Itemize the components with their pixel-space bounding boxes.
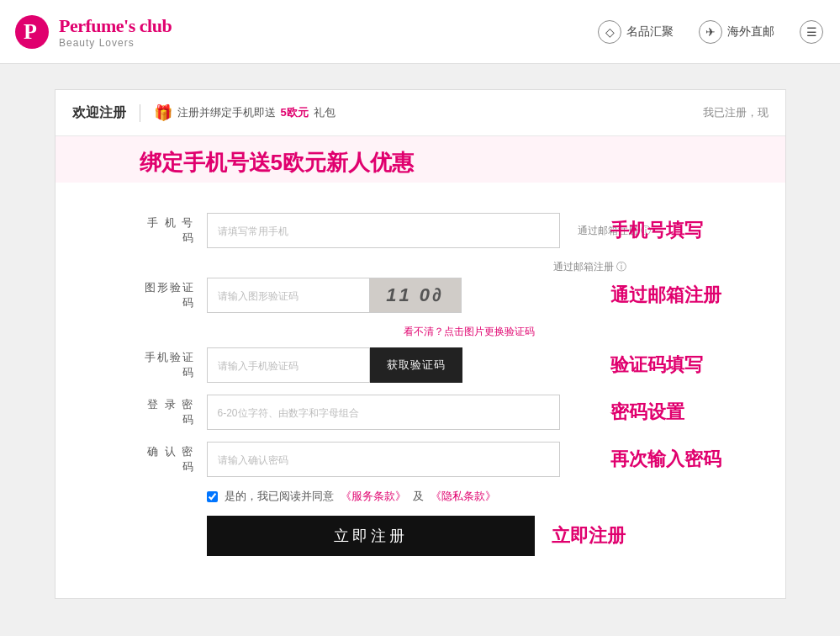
sms-annotation: 验证码填写	[610, 352, 703, 378]
service-terms-link[interactable]: 《服务条款》	[341, 489, 406, 504]
captcha-row: 图形验证码 11 0∂ 通过邮箱注册	[140, 278, 735, 313]
gift-icon: 🎁	[154, 103, 172, 122]
password-annotation: 密码设置	[610, 400, 684, 425]
confirm-password-input[interactable]	[207, 442, 560, 477]
nav-item-mingpin[interactable]: ◇ 名品汇聚	[598, 20, 674, 44]
page-body: 欢迎注册 🎁 注册并绑定手机即送 5欧元 礼包 我已注册，现 绑定手机号送5欧元…	[0, 64, 840, 624]
menu-icon: ☰	[800, 20, 823, 44]
header-nav: ◇ 名品汇聚 ✈ 海外直邮 ☰	[598, 20, 823, 44]
confirm-password-row: 确 认 密 码 再次输入密码	[140, 442, 735, 477]
confirm-annotation: 再次输入密码	[610, 447, 721, 472]
confirm-label: 确 认 密 码	[140, 444, 207, 474]
sms-input-group: 获取验证码	[207, 347, 462, 383]
logo-sub-text: Beauty Lovers	[59, 37, 172, 49]
nav-item-haiwai[interactable]: ✈ 海外直邮	[699, 20, 774, 44]
get-sms-button[interactable]: 获取验证码	[370, 347, 462, 383]
promo-amount: 5欧元	[281, 105, 309, 120]
welcome-title: 欢迎注册	[72, 104, 140, 122]
logo-text-block: Perfume's club Beauty Lovers	[59, 15, 172, 49]
nav-item-user[interactable]: ☰	[800, 20, 823, 44]
password-input[interactable]	[207, 395, 560, 430]
promo-suffix: 礼包	[314, 105, 335, 120]
nav-label-haiwai: 海外直邮	[727, 24, 774, 40]
privacy-terms-link[interactable]: 《隐私条款》	[431, 489, 496, 504]
logo-main-text: Perfume's club	[59, 15, 172, 37]
phone-annotation: 手机号填写	[610, 218, 703, 243]
submit-annotation: 立即注册	[552, 523, 626, 549]
captcha-input-group: 11 0∂	[207, 278, 462, 313]
logo-area: P Perfume's club Beauty Lovers	[13, 13, 172, 50]
sms-label: 手机验证码	[140, 350, 207, 380]
submit-button[interactable]: 立即注册	[207, 516, 535, 556]
and-text: 及	[413, 489, 424, 504]
sms-row: 手机验证码 获取验证码 验证码填写	[140, 347, 735, 383]
captcha-input[interactable]	[207, 278, 369, 313]
plane-icon: ✈	[699, 20, 722, 44]
agree-text: 是的，我已阅读并同意	[225, 489, 334, 504]
agreement-row: 是的，我已阅读并同意 《服务条款》 及 《隐私条款》	[207, 489, 735, 504]
phone-row: 手 机 号 码 通过邮箱注册 ⓘ 手机号填写	[140, 213, 735, 248]
email-register-hint[interactable]: 通过邮箱注册 ⓘ	[207, 260, 627, 274]
refresh-link[interactable]: 看不清？点击图片更换验证码	[404, 326, 535, 337]
svg-text:P: P	[24, 19, 37, 44]
sms-input[interactable]	[207, 347, 370, 383]
promo-prefix: 注册并绑定手机即送	[177, 105, 276, 120]
phone-label: 手 机 号 码	[140, 215, 207, 246]
password-row: 登 录 密 码 密码设置	[140, 395, 735, 430]
captcha-annotation: 通过邮箱注册	[610, 283, 721, 308]
promo-text: 🎁 注册并绑定手机即送 5欧元 礼包	[154, 103, 335, 122]
captcha-refresh-hint[interactable]: 看不清？点击图片更换验证码	[207, 325, 535, 339]
form-area: 手 机 号 码 通过邮箱注册 ⓘ 手机号填写 通过邮箱注册 ⓘ 图形验证码 11…	[55, 183, 785, 573]
password-label: 登 录 密 码	[140, 397, 207, 427]
header: P Perfume's club Beauty Lovers ◇ 名品汇聚 ✈ …	[0, 0, 840, 64]
already-reg-text: 我已注册，现	[703, 105, 769, 120]
welcome-bar: 欢迎注册 🎁 注册并绑定手机即送 5欧元 礼包 我已注册，现	[55, 90, 785, 136]
captcha-label: 图形验证码	[140, 280, 207, 310]
captcha-image[interactable]: 11 0∂	[369, 278, 462, 313]
submit-row: 立即注册 立即注册	[207, 516, 735, 556]
registration-panel: 欢迎注册 🎁 注册并绑定手机即送 5欧元 礼包 我已注册，现 绑定手机号送5欧元…	[55, 89, 786, 599]
nav-label-mingpin: 名品汇聚	[626, 24, 674, 40]
agree-checkbox[interactable]	[207, 491, 218, 502]
phone-input[interactable]	[207, 213, 560, 248]
promo-headline: 绑定手机号送5欧元新人优惠	[140, 148, 414, 178]
diamond-icon: ◇	[598, 20, 621, 44]
logo-icon: P	[13, 13, 50, 50]
promo-banner: 绑定手机号送5欧元新人优惠	[55, 136, 785, 183]
